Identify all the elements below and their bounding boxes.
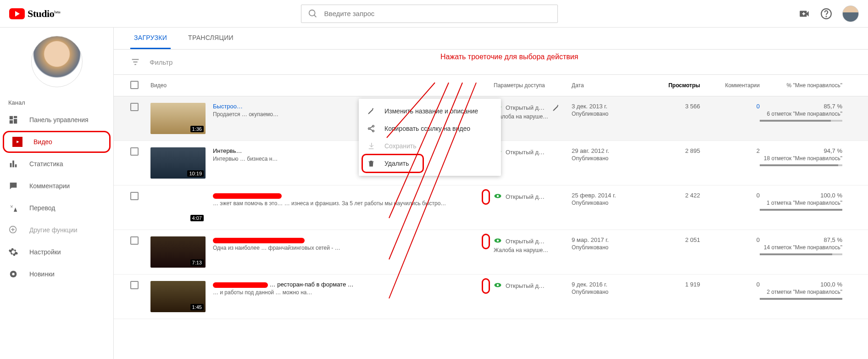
date-text: 29 авг. 2012 г. <box>572 147 640 154</box>
youtube-play-icon <box>9 8 25 19</box>
sidebar-item-label: Другие функции <box>29 226 78 234</box>
row-checkbox[interactable] <box>130 103 139 111</box>
date-status: Опубликовано <box>572 200 640 206</box>
access-subtext: Жалоба на наруше… <box>494 113 572 120</box>
date-text: 25 февр. 2014 г. <box>572 192 640 199</box>
access-text: Открытый д… <box>506 193 545 200</box>
duration-badge: 7:13 <box>190 259 204 266</box>
visibility-icon <box>494 192 502 202</box>
sidebar-item-videos[interactable]: Видео <box>3 131 111 153</box>
filter-icon[interactable] <box>130 57 140 67</box>
svg-point-27 <box>497 284 499 286</box>
duration-badge: 1:45 <box>190 304 204 310</box>
col-views[interactable]: Просмотры <box>640 82 700 89</box>
main: ЗАГРУЗКИ ТРАНСЛЯЦИИ Фильтр Видео Парамет… <box>114 28 868 359</box>
comments-value[interactable]: 0 <box>700 192 760 199</box>
sidebar-item-label: Видео <box>33 138 52 146</box>
video-thumbnail[interactable]: 1:36 <box>150 103 206 134</box>
likes-percent: 87,5 % <box>760 236 842 243</box>
sidebar-item-translate[interactable]: Перевод <box>0 197 113 219</box>
access-text: Открытый д… <box>506 104 545 111</box>
search-input[interactable] <box>324 10 551 17</box>
sidebar-item-label: Перевод <box>29 204 55 212</box>
pencil-icon[interactable] <box>552 104 560 112</box>
date-text: 9 дек. 2016 г. <box>572 281 640 288</box>
tab-uploads[interactable]: ЗАГРУЗКИ <box>130 28 171 49</box>
header: Studiobeta <box>0 0 868 28</box>
col-date[interactable]: Дата <box>572 82 640 89</box>
comments-value[interactable]: 0 <box>700 103 760 110</box>
create-video-icon[interactable] <box>798 8 810 20</box>
sidebar-item-analytics[interactable]: Статистика <box>0 153 113 175</box>
access-subtext: Жалоба на наруше… <box>494 247 572 253</box>
svg-point-17 <box>12 273 15 275</box>
menu-copy-link[interactable]: Копировать ссылку на видео <box>359 120 501 137</box>
help-icon[interactable] <box>820 8 832 20</box>
col-comments[interactable]: Комментарии <box>700 82 760 89</box>
sidebar-item-whatsnew[interactable]: Новинки <box>0 263 113 285</box>
visibility-icon <box>494 281 502 291</box>
video-thumbnail[interactable]: 1:45 <box>150 281 206 312</box>
sidebar-item-other[interactable]: Другие функции <box>0 219 113 241</box>
col-likes[interactable]: % "Мне понравилось" <box>760 82 851 89</box>
avatar[interactable] <box>842 6 859 22</box>
download-icon <box>367 142 376 150</box>
channel-avatar[interactable] <box>31 36 83 87</box>
sidebar-item-settings[interactable]: Настройки <box>0 241 113 263</box>
sidebar: Канал Панель управления Видео Статистика… <box>0 28 114 359</box>
row-checkbox[interactable] <box>130 192 139 200</box>
video-description: … эжет вам помочь в это… … изнеса и фран… <box>213 200 494 208</box>
likes-count: 18 отметок "Мне понравилось" <box>760 155 842 162</box>
likes-bar <box>760 120 842 122</box>
col-access[interactable]: Параметры доступа <box>494 82 572 89</box>
menu-edit[interactable]: Изменить название и описание <box>359 102 501 120</box>
select-all-checkbox[interactable] <box>130 81 139 89</box>
tab-live[interactable]: ТРАНСЛЯЦИИ <box>184 28 237 49</box>
svg-point-0 <box>309 10 315 16</box>
comments-value[interactable]: 0 <box>700 236 760 243</box>
comments-value[interactable]: 0 <box>700 281 760 288</box>
row-checkbox[interactable] <box>130 147 139 156</box>
menu-save: Сохранить <box>359 137 501 155</box>
video-title[interactable] <box>213 192 494 199</box>
filter-label[interactable]: Фильтр <box>150 58 172 66</box>
menu-delete[interactable]: Удалить <box>359 155 501 172</box>
svg-point-25 <box>497 240 499 242</box>
row-checkbox[interactable] <box>130 236 139 245</box>
dashboard-icon <box>8 115 18 125</box>
sidebar-item-label: Статистика <box>29 160 63 168</box>
date-text: 9 мар. 2017 г. <box>572 236 640 243</box>
likes-percent: 100,0 % <box>760 281 842 288</box>
channel-label: Канал <box>0 94 113 109</box>
video-thumbnail[interactable]: 4:07 <box>150 192 206 223</box>
svg-line-32 <box>370 129 373 131</box>
table-row[interactable]: 4:07 … эжет вам помочь в это… … изнеса и… <box>114 185 868 230</box>
duration-badge: 4:07 <box>190 215 204 221</box>
sidebar-item-comments[interactable]: Комментарии <box>0 175 113 197</box>
video-title[interactable]: … ресторан-паб в формате … <box>213 281 494 288</box>
context-menu: Изменить название и описание Копировать … <box>359 99 501 176</box>
row-checkbox[interactable] <box>130 281 139 289</box>
logo[interactable]: Studiobeta <box>9 8 60 20</box>
likes-count: 1 отметка "Мне понравилось" <box>760 200 842 206</box>
sidebar-item-dashboard[interactable]: Панель управления <box>0 109 113 131</box>
views-value: 2 895 <box>640 147 700 154</box>
sidebar-item-label: Панель управления <box>29 116 89 123</box>
svg-line-1 <box>314 15 316 17</box>
likes-percent: 94,7 % <box>760 147 842 154</box>
table-row[interactable]: 7:13 Одна из наиболее … франчайзинговых … <box>114 230 868 275</box>
comments-value[interactable]: 2 <box>700 147 760 154</box>
video-thumbnail[interactable]: 7:13 <box>150 236 206 268</box>
video-thumbnail[interactable]: 10:19 <box>150 147 206 179</box>
likes-bar <box>760 253 842 255</box>
visibility-icon <box>494 236 502 246</box>
svg-rect-11 <box>12 161 14 168</box>
video-icon <box>12 137 22 147</box>
table-row[interactable]: 1:45 … ресторан-паб в формате …… и работ… <box>114 275 868 319</box>
svg-rect-4 <box>10 116 13 119</box>
col-video[interactable]: Видео <box>150 82 494 89</box>
search-box[interactable] <box>301 5 558 23</box>
video-title[interactable] <box>213 236 494 243</box>
svg-point-3 <box>826 16 826 17</box>
access-text: Открытый д… <box>506 149 545 156</box>
